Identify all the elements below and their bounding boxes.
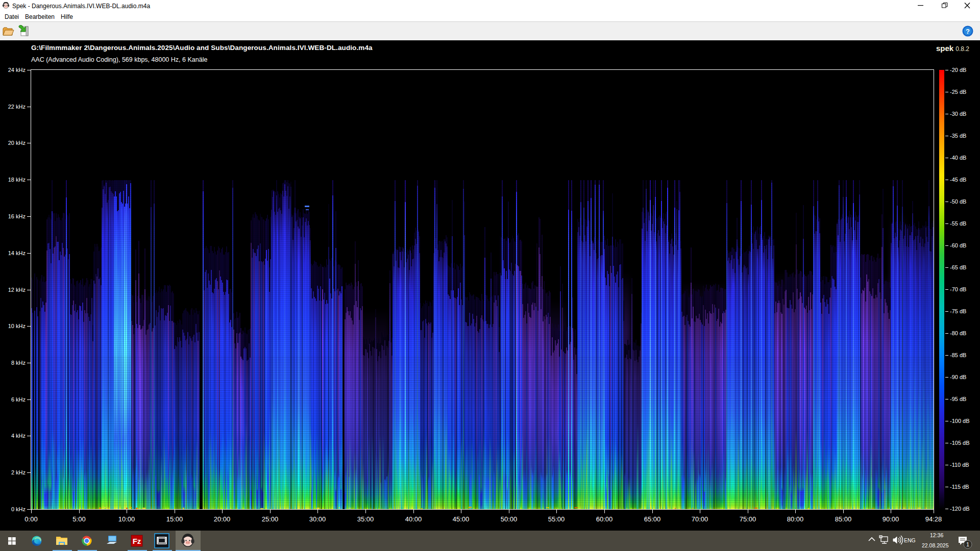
svg-text:Fz: Fz xyxy=(133,537,141,545)
svg-text:?: ? xyxy=(966,28,970,35)
svg-text:1: 1 xyxy=(966,541,969,547)
svg-text:ENG: ENG xyxy=(904,537,916,543)
svg-text:12:36: 12:36 xyxy=(930,532,943,538)
svg-text:22.08.2025: 22.08.2025 xyxy=(922,542,949,548)
